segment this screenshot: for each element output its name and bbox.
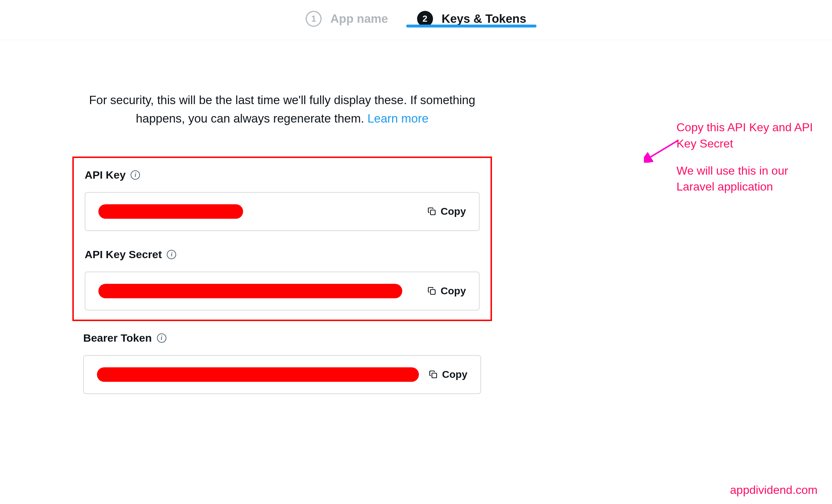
copy-icon [428,287,436,295]
bearer-token-section: Bearer Token i Copy [72,332,492,394]
api-key-secret-box: Copy [85,272,480,311]
info-icon[interactable]: i [157,333,166,343]
api-key-secret-redacted-value [98,284,402,298]
api-key-box: Copy [85,192,480,231]
api-key-secret-label-row: API Key Secret i [85,248,480,261]
bearer-token-label: Bearer Token [83,332,152,344]
api-key-redacted-value [98,204,243,219]
api-key-section: API Key i Copy [85,169,480,231]
annotation-line-1: Copy this API Key and API Key Secret [676,119,821,152]
copy-api-key-secret-button[interactable]: Copy [428,285,466,297]
copy-icon [429,370,438,379]
copy-bearer-token-button[interactable]: Copy [429,369,467,380]
svg-line-4 [648,140,678,158]
main-content: For security, this will be the last time… [72,91,492,394]
svg-rect-0 [430,210,435,215]
info-icon[interactable]: i [131,170,140,180]
highlight-box: API Key i Copy API Key Secret [72,157,492,321]
bearer-token-box: Copy [83,355,481,394]
security-notice: For security, this will be the last time… [74,91,490,128]
watermark: appdividend.com [730,483,818,497]
bearer-token-redacted-value [97,367,419,382]
copy-label: Copy [441,206,466,217]
stepper: 1 App name 2 Keys & Tokens [0,0,832,40]
learn-more-link[interactable]: Learn more [368,112,429,125]
active-step-underline [406,25,536,27]
step-app-name[interactable]: 1 App name [306,11,388,27]
copy-api-key-button[interactable]: Copy [428,206,466,217]
annotation-arrow [644,137,680,163]
annotation-line-2: We will use this in our Laravel applicat… [676,163,821,195]
api-key-secret-label: API Key Secret [85,248,162,261]
api-key-label-row: API Key i [85,169,480,181]
svg-rect-2 [432,373,437,378]
info-icon[interactable]: i [167,250,176,259]
step-number-1: 1 [306,11,322,27]
annotation-text: Copy this API Key and API Key Secret We … [676,119,821,206]
copy-label: Copy [441,285,466,297]
step-keys-tokens[interactable]: 2 Keys & Tokens [417,11,526,27]
step-label-keys-tokens: Keys & Tokens [442,12,526,26]
step-label-app-name: App name [330,12,388,26]
api-key-label: API Key [85,169,126,181]
bearer-token-label-row: Bearer Token i [83,332,481,344]
copy-label: Copy [442,369,467,380]
svg-rect-1 [430,290,435,294]
copy-icon [428,207,436,216]
api-key-secret-section: API Key Secret i Copy [85,248,480,311]
